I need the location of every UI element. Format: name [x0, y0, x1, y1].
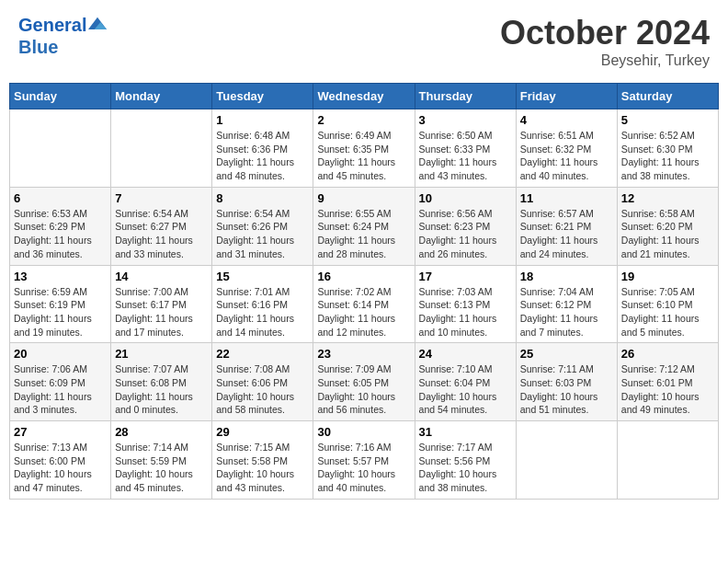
calendar-cell: 9Sunrise: 6:55 AM Sunset: 6:24 PM Daylig… — [313, 187, 415, 265]
calendar-cell: 17Sunrise: 7:03 AM Sunset: 6:13 PM Dayli… — [415, 265, 516, 343]
day-info: Sunrise: 6:49 AM Sunset: 6:35 PM Dayligh… — [317, 129, 410, 183]
calendar-cell: 1Sunrise: 6:48 AM Sunset: 6:36 PM Daylig… — [212, 109, 313, 188]
weekday-header-row: SundayMondayTuesdayWednesdayThursdayFrid… — [10, 84, 719, 109]
day-number: 31 — [419, 425, 512, 439]
day-info: Sunrise: 7:03 AM Sunset: 6:13 PM Dayligh… — [419, 285, 512, 339]
day-info: Sunrise: 7:10 AM Sunset: 6:04 PM Dayligh… — [419, 362, 512, 417]
calendar-cell: 22Sunrise: 7:08 AM Sunset: 6:06 PM Dayli… — [212, 343, 313, 421]
day-info: Sunrise: 7:16 AM Sunset: 5:57 PM Dayligh… — [317, 441, 410, 495]
day-info: Sunrise: 6:51 AM Sunset: 6:32 PM Dayligh… — [520, 129, 613, 183]
day-info: Sunrise: 7:05 AM Sunset: 6:10 PM Dayligh… — [621, 285, 714, 339]
day-number: 18 — [520, 270, 613, 283]
day-number: 11 — [520, 191, 613, 205]
day-info: Sunrise: 7:00 AM Sunset: 6:17 PM Dayligh… — [115, 285, 208, 339]
day-info: Sunrise: 6:52 AM Sunset: 6:30 PM Dayligh… — [621, 129, 714, 183]
day-number: 3 — [419, 113, 512, 127]
day-info: Sunrise: 7:14 AM Sunset: 5:59 PM Dayligh… — [115, 441, 208, 495]
day-info: Sunrise: 6:53 AM Sunset: 6:29 PM Dayligh… — [14, 207, 107, 261]
day-number: 22 — [216, 347, 309, 361]
weekday-header-thursday: Thursday — [415, 84, 516, 109]
weekday-header-monday: Monday — [111, 84, 212, 109]
day-number: 25 — [520, 347, 613, 361]
day-info: Sunrise: 7:17 AM Sunset: 5:56 PM Dayligh… — [419, 441, 512, 495]
title-block: October 2024 Beysehir, Turkey — [500, 14, 710, 69]
calendar-cell: 27Sunrise: 7:13 AM Sunset: 6:00 PM Dayli… — [10, 421, 111, 500]
day-number: 26 — [621, 347, 714, 361]
calendar-cell: 14Sunrise: 7:00 AM Sunset: 6:17 PM Dayli… — [111, 265, 212, 343]
day-number: 17 — [419, 270, 512, 283]
logo: General Blue — [18, 14, 107, 58]
day-number: 4 — [520, 113, 613, 127]
calendar-cell: 11Sunrise: 6:57 AM Sunset: 6:21 PM Dayli… — [516, 187, 617, 265]
week-row-5: 27Sunrise: 7:13 AM Sunset: 6:00 PM Dayli… — [10, 421, 719, 500]
logo-blue: Blue — [18, 36, 107, 58]
day-number: 21 — [115, 347, 208, 361]
day-number: 23 — [317, 347, 410, 361]
day-number: 1 — [216, 113, 309, 127]
day-number: 12 — [621, 191, 714, 205]
day-number: 29 — [216, 425, 309, 439]
calendar-cell: 18Sunrise: 7:04 AM Sunset: 6:12 PM Dayli… — [516, 265, 617, 343]
weekday-header-wednesday: Wednesday — [313, 84, 415, 109]
day-info: Sunrise: 7:09 AM Sunset: 6:05 PM Dayligh… — [317, 362, 410, 417]
day-info: Sunrise: 7:01 AM Sunset: 6:16 PM Dayligh… — [216, 285, 309, 339]
week-row-3: 13Sunrise: 6:59 AM Sunset: 6:19 PM Dayli… — [10, 265, 719, 343]
calendar-cell — [617, 421, 718, 500]
calendar-cell: 26Sunrise: 7:12 AM Sunset: 6:01 PM Dayli… — [617, 343, 718, 421]
day-number: 16 — [317, 270, 410, 283]
calendar-cell: 30Sunrise: 7:16 AM Sunset: 5:57 PM Dayli… — [313, 421, 415, 500]
calendar-cell: 12Sunrise: 6:58 AM Sunset: 6:20 PM Dayli… — [617, 187, 718, 265]
location: Beysehir, Turkey — [500, 52, 710, 69]
day-info: Sunrise: 6:58 AM Sunset: 6:20 PM Dayligh… — [621, 207, 714, 261]
day-info: Sunrise: 7:04 AM Sunset: 6:12 PM Dayligh… — [520, 285, 613, 339]
calendar-cell: 4Sunrise: 6:51 AM Sunset: 6:32 PM Daylig… — [516, 109, 617, 188]
calendar-cell — [111, 109, 212, 188]
day-number: 20 — [14, 347, 107, 361]
logo-general: General — [18, 15, 86, 35]
week-row-1: 1Sunrise: 6:48 AM Sunset: 6:36 PM Daylig… — [10, 109, 719, 188]
calendar-cell: 28Sunrise: 7:14 AM Sunset: 5:59 PM Dayli… — [111, 421, 212, 500]
day-info: Sunrise: 7:08 AM Sunset: 6:06 PM Dayligh… — [216, 362, 309, 417]
day-info: Sunrise: 7:13 AM Sunset: 6:00 PM Dayligh… — [14, 441, 107, 495]
day-number: 6 — [14, 191, 107, 205]
day-info: Sunrise: 6:54 AM Sunset: 6:27 PM Dayligh… — [115, 207, 208, 261]
calendar-cell: 15Sunrise: 7:01 AM Sunset: 6:16 PM Dayli… — [212, 265, 313, 343]
page-header: General Blue October 2024 Beysehir, Turk… — [9, 9, 719, 74]
day-number: 10 — [419, 191, 512, 205]
calendar-cell: 2Sunrise: 6:49 AM Sunset: 6:35 PM Daylig… — [313, 109, 415, 188]
day-number: 8 — [216, 191, 309, 205]
day-info: Sunrise: 7:02 AM Sunset: 6:14 PM Dayligh… — [317, 285, 410, 339]
weekday-header-tuesday: Tuesday — [212, 84, 313, 109]
day-number: 28 — [115, 425, 208, 439]
logo-text: General — [18, 14, 86, 36]
calendar-cell — [516, 421, 617, 500]
weekday-header-friday: Friday — [516, 84, 617, 109]
calendar-cell — [10, 109, 111, 188]
calendar-cell: 8Sunrise: 6:54 AM Sunset: 6:26 PM Daylig… — [212, 187, 313, 265]
day-info: Sunrise: 7:11 AM Sunset: 6:03 PM Dayligh… — [520, 362, 613, 417]
weekday-header-saturday: Saturday — [617, 84, 718, 109]
day-info: Sunrise: 6:57 AM Sunset: 6:21 PM Dayligh… — [520, 207, 613, 261]
calendar-cell: 7Sunrise: 6:54 AM Sunset: 6:27 PM Daylig… — [111, 187, 212, 265]
day-number: 27 — [14, 425, 107, 439]
calendar-cell: 24Sunrise: 7:10 AM Sunset: 6:04 PM Dayli… — [415, 343, 516, 421]
day-number: 19 — [621, 270, 714, 283]
calendar-cell: 10Sunrise: 6:56 AM Sunset: 6:23 PM Dayli… — [415, 187, 516, 265]
calendar-cell: 16Sunrise: 7:02 AM Sunset: 6:14 PM Dayli… — [313, 265, 415, 343]
day-info: Sunrise: 7:06 AM Sunset: 6:09 PM Dayligh… — [14, 362, 107, 417]
calendar-cell: 6Sunrise: 6:53 AM Sunset: 6:29 PM Daylig… — [10, 187, 111, 265]
calendar-table: SundayMondayTuesdayWednesdayThursdayFrid… — [9, 83, 719, 500]
day-info: Sunrise: 6:56 AM Sunset: 6:23 PM Dayligh… — [419, 207, 512, 261]
day-info: Sunrise: 6:48 AM Sunset: 6:36 PM Dayligh… — [216, 129, 309, 183]
weekday-header-sunday: Sunday — [10, 84, 111, 109]
day-number: 7 — [115, 191, 208, 205]
day-number: 5 — [621, 113, 714, 127]
week-row-2: 6Sunrise: 6:53 AM Sunset: 6:29 PM Daylig… — [10, 187, 719, 265]
calendar-cell: 19Sunrise: 7:05 AM Sunset: 6:10 PM Dayli… — [617, 265, 718, 343]
day-number: 30 — [317, 425, 410, 439]
calendar-cell: 20Sunrise: 7:06 AM Sunset: 6:09 PM Dayli… — [10, 343, 111, 421]
day-number: 15 — [216, 270, 309, 283]
calendar-cell: 29Sunrise: 7:15 AM Sunset: 5:58 PM Dayli… — [212, 421, 313, 500]
calendar-cell: 3Sunrise: 6:50 AM Sunset: 6:33 PM Daylig… — [415, 109, 516, 188]
day-number: 2 — [317, 113, 410, 127]
